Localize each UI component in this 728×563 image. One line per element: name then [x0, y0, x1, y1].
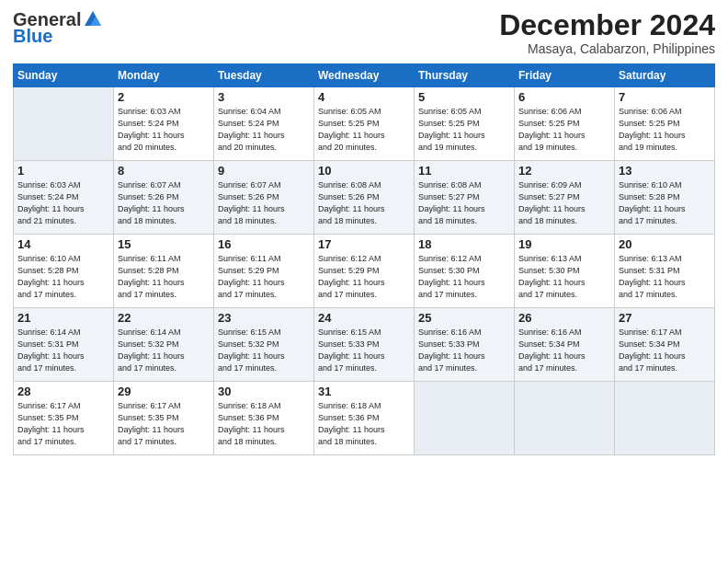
logo: General Blue	[13, 9, 103, 46]
table-row: 31 Sunrise: 6:18 AMSunset: 5:36 PMDaylig…	[314, 382, 415, 455]
month-title: December 2024	[499, 9, 715, 41]
table-row: 26 Sunrise: 6:16 AMSunset: 5:34 PMDaylig…	[515, 308, 615, 382]
table-row: 21 Sunrise: 6:14 AMSunset: 5:31 PMDaylig…	[14, 308, 114, 382]
table-row: 9 Sunrise: 6:07 AMSunset: 5:26 PMDayligh…	[214, 161, 314, 235]
calendar-table: Sunday Monday Tuesday Wednesday Thursday…	[13, 63, 715, 455]
title-block: December 2024 Masaya, Calabarzon, Philip…	[499, 9, 715, 56]
col-thursday: Thursday	[415, 64, 515, 87]
table-row: 27 Sunrise: 6:17 AMSunset: 5:34 PMDaylig…	[615, 308, 715, 382]
empty-cell	[615, 382, 715, 455]
table-row: 21 Sunrise: 6:14 AMSunset: 5:31 PMDaylig…	[14, 308, 715, 382]
table-row: 28 Sunrise: 6:17 AMSunset: 5:35 PMDaylig…	[14, 382, 114, 455]
col-wednesday: Wednesday	[314, 64, 415, 87]
table-row: 2 Sunrise: 6:03 AMSunset: 5:24 PMDayligh…	[114, 87, 214, 161]
table-row: 10 Sunrise: 6:08 AMSunset: 5:26 PMDaylig…	[314, 161, 415, 235]
table-row: 5 Sunrise: 6:05 AMSunset: 5:25 PMDayligh…	[415, 87, 515, 161]
header: General Blue December 2024 Masaya, Calab…	[13, 9, 715, 56]
empty-cell	[415, 382, 515, 455]
table-row: 24 Sunrise: 6:15 AMSunset: 5:33 PMDaylig…	[314, 308, 415, 382]
table-row: 25 Sunrise: 6:16 AMSunset: 5:33 PMDaylig…	[415, 308, 515, 382]
empty-cell	[515, 382, 615, 455]
header-row: Sunday Monday Tuesday Wednesday Thursday…	[14, 64, 715, 87]
table-row: 12 Sunrise: 6:09 AMSunset: 5:27 PMDaylig…	[515, 161, 615, 235]
col-tuesday: Tuesday	[214, 64, 314, 87]
table-row: 22 Sunrise: 6:14 AMSunset: 5:32 PMDaylig…	[114, 308, 214, 382]
table-row: 28 Sunrise: 6:17 AMSunset: 5:35 PMDaylig…	[14, 382, 715, 455]
table-row: 17 Sunrise: 6:12 AMSunset: 5:29 PMDaylig…	[314, 235, 415, 308]
table-row: 8 Sunrise: 6:07 AMSunset: 5:26 PMDayligh…	[114, 161, 214, 235]
table-row: 4 Sunrise: 6:05 AMSunset: 5:25 PMDayligh…	[314, 87, 415, 161]
logo-icon	[83, 9, 103, 29]
table-row: 6 Sunrise: 6:06 AMSunset: 5:25 PMDayligh…	[515, 87, 615, 161]
table-row: 30 Sunrise: 6:18 AMSunset: 5:36 PMDaylig…	[214, 382, 314, 455]
table-row: 15 Sunrise: 6:11 AMSunset: 5:28 PMDaylig…	[114, 235, 214, 308]
empty-cell	[14, 87, 114, 161]
table-row: 1 Sunrise: 6:03 AMSunset: 5:24 PMDayligh…	[14, 161, 715, 235]
table-row: 3 Sunrise: 6:04 AMSunset: 5:24 PMDayligh…	[214, 87, 314, 161]
table-row: 2 Sunrise: 6:03 AMSunset: 5:24 PMDayligh…	[14, 87, 715, 161]
logo-blue-text: Blue	[13, 26, 52, 46]
table-row: 1 Sunrise: 6:03 AMSunset: 5:24 PMDayligh…	[14, 161, 114, 235]
main-container: General Blue December 2024 Masaya, Calab…	[0, 0, 728, 463]
table-row: 14 Sunrise: 6:10 AMSunset: 5:28 PMDaylig…	[14, 235, 715, 308]
col-saturday: Saturday	[615, 64, 715, 87]
location: Masaya, Calabarzon, Philippines	[499, 41, 715, 56]
table-row: 23 Sunrise: 6:15 AMSunset: 5:32 PMDaylig…	[214, 308, 314, 382]
table-row: 20 Sunrise: 6:13 AMSunset: 5:31 PMDaylig…	[615, 235, 715, 308]
table-row: 18 Sunrise: 6:12 AMSunset: 5:30 PMDaylig…	[415, 235, 515, 308]
col-monday: Monday	[114, 64, 214, 87]
table-row: 13 Sunrise: 6:10 AMSunset: 5:28 PMDaylig…	[615, 161, 715, 235]
table-row: 7 Sunrise: 6:06 AMSunset: 5:25 PMDayligh…	[615, 87, 715, 161]
col-friday: Friday	[515, 64, 615, 87]
col-sunday: Sunday	[14, 64, 114, 87]
table-row: 19 Sunrise: 6:13 AMSunset: 5:30 PMDaylig…	[515, 235, 615, 308]
table-row: 29 Sunrise: 6:17 AMSunset: 5:35 PMDaylig…	[114, 382, 214, 455]
table-row: 16 Sunrise: 6:11 AMSunset: 5:29 PMDaylig…	[214, 235, 314, 308]
table-row: 11 Sunrise: 6:08 AMSunset: 5:27 PMDaylig…	[415, 161, 515, 235]
table-row: 14 Sunrise: 6:10 AMSunset: 5:28 PMDaylig…	[14, 235, 114, 308]
